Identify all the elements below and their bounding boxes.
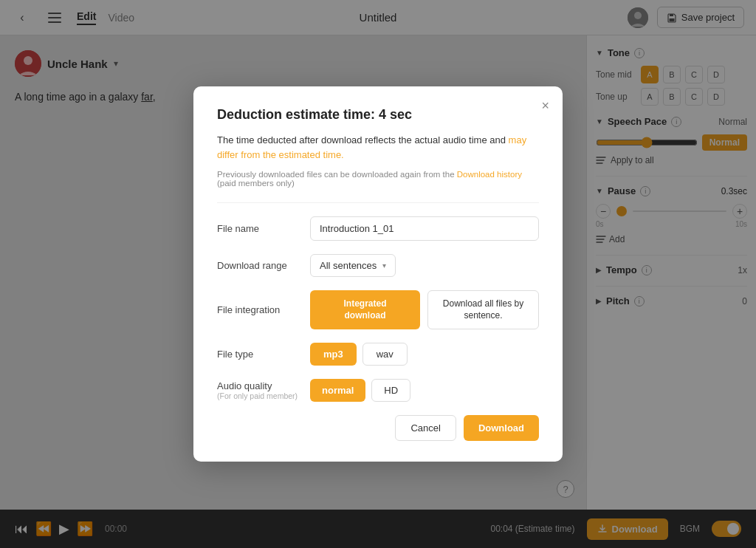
quality-hd-button[interactable]: HD — [371, 379, 410, 402]
modal-divider — [217, 202, 539, 203]
modal-title: Deduction estimate time: 4 sec — [217, 107, 539, 123]
mp3-button[interactable]: mp3 — [310, 343, 357, 366]
download-range-label: Download range — [217, 260, 298, 271]
audio-quality-label: Audio quality — [217, 380, 298, 391]
file-integration-options: Integrateddownload Download all files by… — [310, 290, 539, 329]
file-name-input[interactable] — [310, 216, 539, 241]
dropdown-caret-icon: ▾ — [382, 261, 386, 270]
file-name-label: File name — [217, 223, 298, 234]
modal-actions: Cancel Download — [217, 415, 539, 441]
audio-quality-label-group: Audio quality (For only paid member) — [217, 380, 298, 400]
download-modal: Deduction estimate time: 4 sec × The tim… — [193, 86, 563, 462]
by-sentence-download-button[interactable]: Download all files by sentence. — [427, 290, 539, 329]
audio-quality-options: normal HD — [310, 379, 410, 402]
modal-desc-normal: The time deducted after download reflect… — [217, 134, 509, 145]
modal-note-prefix: Previously downloaded files can be downl… — [217, 170, 457, 179]
cancel-button[interactable]: Cancel — [395, 415, 456, 441]
modal-note: Previously downloaded files can be downl… — [217, 170, 539, 188]
file-integration-row: File integration Integrateddownload Down… — [217, 290, 539, 329]
modal-close-button[interactable]: × — [541, 98, 549, 114]
modal-description: The time deducted after download reflect… — [217, 133, 539, 162]
integrated-download-button[interactable]: Integrateddownload — [310, 290, 420, 329]
file-name-row: File name — [217, 216, 539, 241]
download-range-value: All sentences — [320, 260, 377, 271]
file-integration-label: File integration — [217, 304, 298, 315]
modal-note-suffix: (paid members only) — [217, 179, 295, 188]
file-type-row: File type mp3 wav — [217, 343, 539, 366]
modal-overlay: Deduction estimate time: 4 sec × The tim… — [0, 0, 756, 548]
audio-quality-sub-label: (For only paid member) — [217, 391, 298, 400]
wav-button[interactable]: wav — [362, 343, 408, 366]
download-range-row: Download range All sentences ▾ — [217, 254, 539, 277]
quality-normal-button[interactable]: normal — [310, 379, 365, 402]
download-modal-button[interactable]: Download — [464, 415, 539, 441]
file-type-options: mp3 wav — [310, 343, 408, 366]
download-range-dropdown[interactable]: All sentences ▾ — [310, 254, 396, 277]
download-history-link[interactable]: Download history — [457, 170, 522, 179]
audio-quality-row: Audio quality (For only paid member) nor… — [217, 379, 539, 402]
file-type-label: File type — [217, 349, 298, 360]
